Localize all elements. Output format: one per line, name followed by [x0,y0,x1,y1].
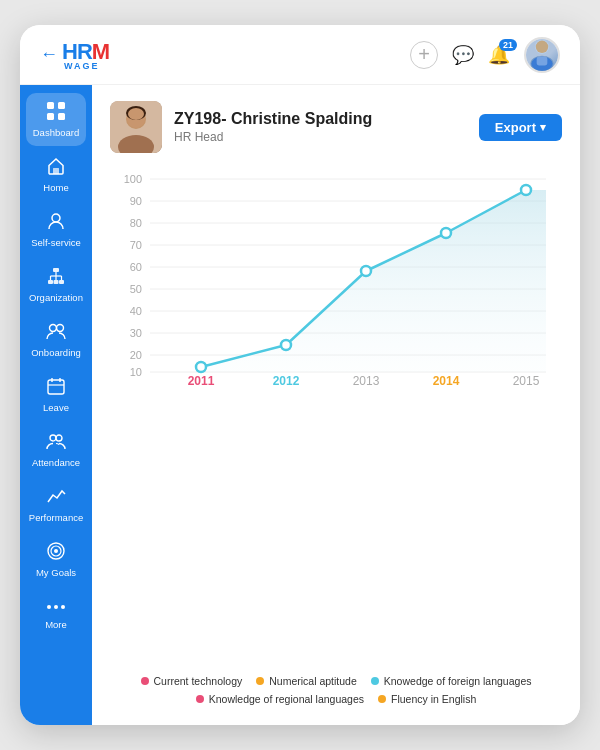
avatar [526,39,558,71]
chart-dot-2011 [196,362,206,372]
notification-button[interactable]: 🔔 21 [488,44,510,66]
self-service-icon [46,211,66,234]
legend-dot-regional-languages [196,695,204,703]
profile-info: ZY198- Christine Spalding HR Head [174,110,479,144]
svg-rect-13 [54,280,59,284]
chart-svg-wrap: 100 90 80 70 60 50 40 30 20 10 [110,165,562,665]
svg-point-10 [52,214,60,222]
svg-point-21 [57,325,64,332]
chat-button[interactable]: 💬 [452,44,474,66]
export-chevron-icon: ▾ [540,121,546,134]
logo-arrow-icon: ← [40,44,58,65]
svg-rect-14 [59,280,64,284]
chart-legend: Current technology Numerical aptitude Kn… [110,665,562,709]
svg-point-39 [128,108,144,120]
y-label-30: 30 [130,327,142,339]
sidebar-item-label: Leave [43,402,69,413]
sidebar-item-label: Dashboard [33,127,79,138]
dashboard-icon [46,101,66,124]
svg-point-20 [50,325,57,332]
legend-dot-numerical-aptitude [256,677,264,685]
y-label-100: 100 [124,173,142,185]
sidebar-item-more[interactable]: More [26,588,86,638]
sidebar-item-home[interactable]: Home [26,148,86,201]
svg-rect-6 [58,102,65,109]
svg-rect-12 [48,280,53,284]
legend-dot-fluency-english [378,695,386,703]
legend-item-foreign-languages: Knowedge of foreign languages [371,675,532,687]
svg-rect-22 [48,380,64,394]
export-button[interactable]: Export ▾ [479,114,562,141]
my-goals-icon [46,541,66,564]
sidebar-item-label: Onboarding [31,347,81,358]
organization-icon [46,266,66,289]
notification-badge: 21 [499,39,517,51]
avatar-svg [526,37,558,71]
chart-container: 100 90 80 70 60 50 40 30 20 10 [110,165,562,709]
sidebar-item-self-service[interactable]: Self-service [26,203,86,256]
add-icon: + [418,43,430,66]
chart-dot-2012 [281,340,291,350]
more-icon [46,596,66,616]
legend-label-regional-languages: Knowledge of regional languages [209,693,364,705]
x-label-2013: 2013 [353,374,380,385]
svg-rect-9 [53,168,59,174]
legend-label-fluency-english: Fluency in English [391,693,476,705]
chart-dot-2014 [441,228,451,238]
sidebar-item-leave[interactable]: Leave [26,368,86,421]
svg-rect-11 [53,268,59,272]
svg-point-33 [61,605,65,609]
x-label-2015: 2015 [513,374,540,385]
app-shell: ← HRM WAGE + 💬 🔔 21 [20,25,580,725]
svg-rect-7 [47,113,54,120]
sidebar-item-label: Home [43,182,68,193]
sidebar: Dashboard Home Self-service Organization [20,85,92,725]
sidebar-item-label: Self-service [31,237,81,248]
svg-point-26 [50,435,56,441]
y-label-60: 60 [130,261,142,273]
profile-header: ZY198- Christine Spalding HR Head Export… [110,101,562,153]
svg-rect-4 [537,56,548,65]
nav-icons: + 💬 🔔 21 [410,37,560,73]
legend-label-numerical-aptitude: Numerical aptitude [269,675,357,687]
sidebar-item-onboarding[interactable]: Onboarding [26,313,86,366]
sidebar-item-performance[interactable]: Performance [26,478,86,531]
sidebar-item-label: Performance [29,512,83,523]
legend-item-current-technology: Current technology [141,675,243,687]
legend-label-current-technology: Current technology [154,675,243,687]
svg-point-2 [536,40,548,52]
profile-name: ZY198- Christine Spalding [174,110,479,128]
chat-icon: 💬 [452,44,474,66]
sidebar-item-label: More [45,619,67,630]
x-label-2011: 2011 [188,374,215,385]
profile-role: HR Head [174,130,479,144]
svg-point-30 [54,549,58,553]
user-avatar-button[interactable] [524,37,560,73]
svg-rect-5 [47,102,54,109]
performance-icon [46,486,66,509]
export-label: Export [495,120,536,135]
y-label-80: 80 [130,217,142,229]
legend-dot-foreign-languages [371,677,379,685]
legend-dot-current-technology [141,677,149,685]
y-label-10: 10 [130,366,142,378]
svg-point-32 [54,605,58,609]
sidebar-item-attendance[interactable]: Attendance [26,423,86,476]
chart-dot-2013 [361,266,371,276]
performance-chart: 100 90 80 70 60 50 40 30 20 10 [110,165,562,385]
logo-block: HRM WAGE [62,39,109,71]
legend-item-fluency-english: Fluency in English [378,693,476,705]
svg-rect-8 [58,113,65,120]
sidebar-item-dashboard[interactable]: Dashboard [26,93,86,146]
sidebar-item-my-goals[interactable]: My Goals [26,533,86,586]
x-label-2014: 2014 [433,374,460,385]
sidebar-item-organization[interactable]: Organization [26,258,86,311]
chart-dot-2015 [521,185,531,195]
legend-label-foreign-languages: Knowedge of foreign languages [384,675,532,687]
add-button[interactable]: + [410,41,438,69]
svg-point-27 [56,435,62,441]
y-label-50: 50 [130,283,142,295]
top-nav: ← HRM WAGE + 💬 🔔 21 [20,25,580,85]
sidebar-item-label: Attendance [32,457,80,468]
y-label-20: 20 [130,349,142,361]
